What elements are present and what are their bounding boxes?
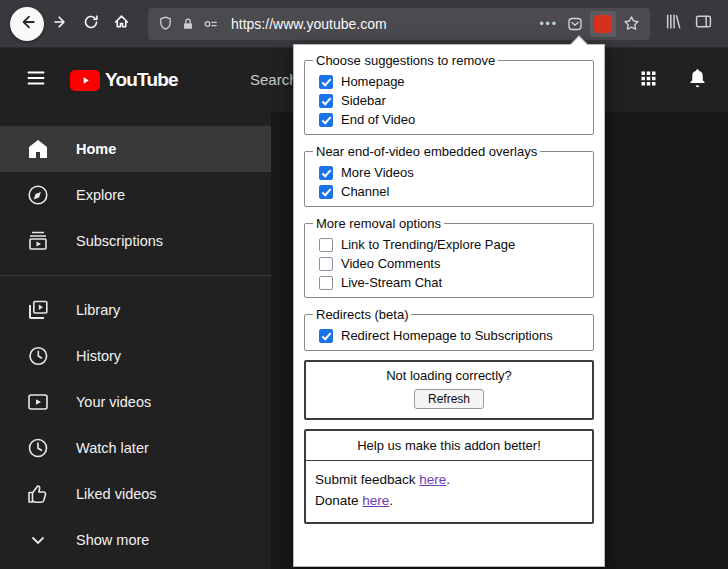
sidebar-item-history[interactable]: History: [0, 333, 271, 379]
sidebar-item-library[interactable]: Library: [0, 287, 271, 333]
refresh-icon: [83, 14, 99, 34]
extension-button[interactable]: [590, 11, 616, 37]
home-icon: [113, 13, 130, 34]
refresh-page-button[interactable]: Refresh: [414, 389, 484, 409]
donate-text: Donate: [315, 493, 362, 508]
youtube-play-icon: [70, 70, 100, 91]
sidebar-checkbox-row[interactable]: Sidebar: [319, 93, 585, 108]
sidebar-item-label: Watch later: [76, 440, 149, 456]
sidebar-toggle-button[interactable]: [688, 9, 718, 39]
menu-button[interactable]: [25, 67, 47, 93]
section-legend: Near end-of-video embedded overlays: [313, 144, 540, 159]
checkbox-label: Channel: [341, 184, 389, 199]
help-box: Help us make this addon better! Submit f…: [304, 429, 594, 524]
refresh-box-title: Not loading correctly?: [306, 368, 592, 383]
bookmark-star-icon[interactable]: [619, 15, 644, 32]
pocket-icon[interactable]: [563, 16, 587, 32]
subscriptions-icon: [26, 229, 50, 253]
your-videos-icon: [26, 390, 50, 414]
section-embedded-overlays: Near end-of-video embedded overlays More…: [304, 144, 594, 207]
section-legend: More removal options: [313, 216, 444, 231]
library-books-icon: [665, 13, 682, 34]
live-stream-chat-checkbox[interactable]: [319, 276, 333, 290]
channel-checkbox[interactable]: [319, 185, 333, 199]
checkbox-label: End of Video: [341, 112, 415, 127]
trending-link-checkbox-row[interactable]: Link to Trending/Explore Page: [319, 237, 585, 252]
sidebar-item-label: Library: [76, 302, 120, 318]
home-button[interactable]: [106, 9, 136, 39]
donate-period: .: [389, 493, 393, 508]
homepage-checkbox[interactable]: [319, 75, 333, 89]
back-button[interactable]: [10, 7, 44, 41]
page-actions-button[interactable]: •••: [534, 17, 563, 31]
homepage-checkbox-row[interactable]: Homepage: [319, 74, 585, 89]
help-box-title: Help us make this addon better!: [306, 431, 592, 461]
donate-link[interactable]: here: [362, 493, 389, 508]
sidebar-checkbox[interactable]: [319, 94, 333, 108]
channel-checkbox-row[interactable]: Channel: [319, 184, 585, 199]
permissions-icon[interactable]: [199, 17, 223, 31]
forward-button[interactable]: [46, 9, 76, 39]
history-icon: [26, 344, 50, 368]
explore-icon: [26, 183, 50, 207]
more-videos-checkbox-row[interactable]: More Videos: [319, 165, 585, 180]
video-comments-checkbox-row[interactable]: Video Comments: [319, 256, 585, 271]
refresh-button[interactable]: [76, 9, 106, 39]
help-box-body: Submit feedback here. Donate here.: [306, 461, 592, 522]
home-icon: [26, 137, 50, 161]
live-stream-chat-checkbox-row[interactable]: Live-Stream Chat: [319, 275, 585, 290]
redirect-homepage-checkbox[interactable]: [319, 329, 333, 343]
back-arrow-icon: [18, 13, 36, 35]
notifications-bell-icon[interactable]: [687, 68, 708, 93]
trending-link-checkbox[interactable]: [319, 238, 333, 252]
end-of-video-checkbox[interactable]: [319, 113, 333, 127]
section-legend: Redirects (beta): [313, 307, 411, 322]
sidebar-item-label: Subscriptions: [76, 233, 163, 249]
sidebar-item-subscriptions[interactable]: Subscriptions: [0, 218, 271, 264]
section-choose-suggestions: Choose suggestions to remove Homepage Si…: [304, 53, 594, 135]
sidebar-item-label: Explore: [76, 187, 125, 203]
redirect-homepage-checkbox-row[interactable]: Redirect Homepage to Subscriptions: [319, 328, 585, 343]
youtube-sidebar: Home Explore Subscriptions Library Histo…: [0, 112, 271, 569]
feedback-text: Submit feedback: [315, 472, 419, 487]
search-input[interactable]: Search: [250, 71, 298, 88]
sidebar-item-explore[interactable]: Explore: [0, 172, 271, 218]
video-comments-checkbox[interactable]: [319, 257, 333, 271]
library-button[interactable]: [658, 9, 688, 39]
checkbox-label: Link to Trending/Explore Page: [341, 237, 515, 252]
liked-videos-icon: [26, 482, 50, 506]
sidebar-item-label: Show more: [76, 532, 149, 548]
checkbox-label: Sidebar: [341, 93, 386, 108]
url-bar[interactable]: https://www.youtube.com •••: [148, 8, 650, 40]
sidebar-divider: [0, 275, 271, 276]
sidebar-item-label: Your videos: [76, 394, 151, 410]
checkbox-label: Video Comments: [341, 256, 440, 271]
checkbox-label: Redirect Homepage to Subscriptions: [341, 328, 553, 343]
sidebar-item-liked-videos[interactable]: Liked videos: [0, 471, 271, 517]
header-actions: [638, 48, 708, 112]
extension-icon: [594, 15, 612, 33]
sidebar-item-show-more[interactable]: Show more: [0, 517, 271, 563]
youtube-logo[interactable]: YouTube: [70, 69, 178, 91]
sidebar-item-label: Home: [76, 141, 116, 157]
url-text[interactable]: https://www.youtube.com: [231, 16, 526, 32]
sidebar-item-watch-later[interactable]: Watch later: [0, 425, 271, 471]
tracking-protection-shield-icon[interactable]: [154, 16, 177, 31]
end-of-video-checkbox-row[interactable]: End of Video: [319, 112, 585, 127]
feedback-link[interactable]: here: [419, 472, 446, 487]
more-videos-checkbox[interactable]: [319, 166, 333, 180]
feedback-period: .: [446, 472, 450, 487]
forward-arrow-icon: [53, 14, 69, 34]
youtube-logo-text: YouTube: [105, 69, 178, 91]
browser-toolbar: https://www.youtube.com •••: [0, 0, 728, 48]
section-legend: Choose suggestions to remove: [313, 53, 498, 68]
sidebar-item-home[interactable]: Home: [0, 126, 271, 172]
hamburger-icon: [25, 67, 47, 93]
section-redirects: Redirects (beta) Redirect Homepage to Su…: [304, 307, 594, 351]
sidebar-item-label: History: [76, 348, 121, 364]
apps-grid-icon[interactable]: [638, 68, 659, 93]
chevron-down-icon: [26, 528, 50, 552]
sidebar-item-your-videos[interactable]: Your videos: [0, 379, 271, 425]
library-icon: [26, 298, 50, 322]
lock-icon[interactable]: [177, 17, 199, 31]
